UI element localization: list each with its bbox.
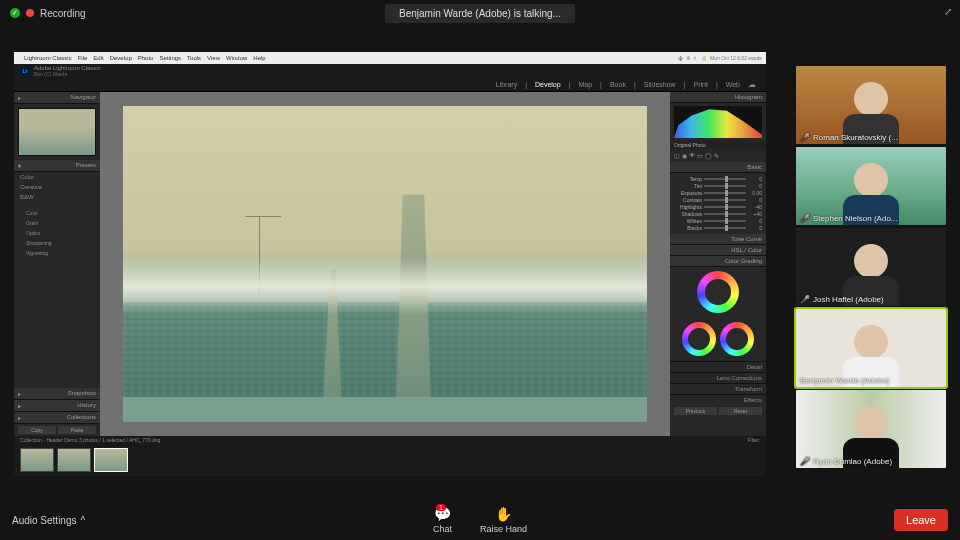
menu-file[interactable]: File <box>78 55 88 61</box>
preset-item[interactable]: Color <box>14 172 100 182</box>
basic-sliders: Temp0Tint0Exposure0.00Contrast0Highlight… <box>670 173 766 234</box>
crop-icon[interactable]: ◫ <box>674 152 680 159</box>
preset-item[interactable]: Optics <box>14 228 100 238</box>
slider-row[interactable]: Shadows+40 <box>674 211 762 217</box>
navigator-thumb[interactable] <box>18 108 96 156</box>
menu-photo[interactable]: Photo <box>138 55 154 61</box>
paste-button[interactable]: Paste <box>58 426 96 434</box>
preset-item[interactable]: Vignetting <box>14 248 100 258</box>
filmstrip: Collection - Header Demo 3 photos / 1 se… <box>14 436 766 476</box>
tab-library[interactable]: Library <box>496 81 517 88</box>
menu-app[interactable]: Lightroom Classic <box>24 55 72 61</box>
tab-slideshow[interactable]: Slideshow <box>644 81 676 88</box>
collections-header[interactable]: ▸ Collections <box>14 412 100 424</box>
chat-badge: 1 <box>436 504 446 511</box>
shared-screen: Lightroom Classic File Edit Develop Phot… <box>14 52 766 476</box>
reset-button[interactable]: Reset <box>719 407 762 415</box>
menu-settings[interactable]: Settings <box>159 55 181 61</box>
color-wheel-main[interactable] <box>670 267 766 318</box>
menu-help[interactable]: Help <box>253 55 265 61</box>
effects-header[interactable]: Effects <box>670 394 766 405</box>
lens-header[interactable]: Lens Corrections <box>670 372 766 383</box>
zoom-bottom-bar: Audio Settings ^ 💬 1 Chat ✋ Raise Hand L… <box>0 500 960 540</box>
menu-window[interactable]: Window <box>226 55 247 61</box>
muted-icon: 🎤̸ <box>800 214 810 223</box>
record-icon <box>26 9 34 17</box>
participant-tile[interactable]: Benjamin Warde (Adobe) <box>796 309 946 387</box>
histogram-header[interactable]: Histogram <box>670 92 766 103</box>
participant-tile[interactable]: 🎤̸Roman Skuratovskiy (... <box>796 66 946 144</box>
chat-button[interactable]: 💬 1 Chat <box>433 506 452 534</box>
muted-icon: 🎤̸ <box>800 133 810 142</box>
transform-header[interactable]: Transform <box>670 383 766 394</box>
active-speaker-banner: Benjamin Warde (Adobe) is talking... <box>385 4 575 23</box>
preset-item[interactable]: Color <box>14 208 100 218</box>
leave-button[interactable]: Leave <box>894 509 948 531</box>
slider-row[interactable]: Temp0 <box>674 176 762 182</box>
slider-row[interactable]: Highlights-40 <box>674 204 762 210</box>
preset-item[interactable]: Grain <box>14 218 100 228</box>
brush-icon[interactable]: ✎ <box>714 152 719 159</box>
slider-row[interactable]: Exposure0.00 <box>674 190 762 196</box>
preset-item[interactable]: Creative <box>14 182 100 192</box>
recording-label: Recording <box>40 8 86 19</box>
radial-icon[interactable]: ◯ <box>705 152 712 159</box>
muted-icon: 🎤̸ <box>800 457 810 466</box>
tab-print[interactable]: Print <box>693 81 707 88</box>
redeye-icon[interactable]: 👁 <box>689 152 695 159</box>
hsl-header[interactable]: HSL / Color <box>670 245 766 256</box>
lightroom-icon: Lr <box>20 66 30 76</box>
detail-header[interactable]: Detail <box>670 361 766 372</box>
participant-column: 🎤̸Roman Skuratovskiy (...🎤̸Stephen Niels… <box>796 66 946 468</box>
macos-menubar[interactable]: Lightroom Classic File Edit Develop Phot… <box>14 52 766 64</box>
colorgrading-header[interactable]: Color Grading <box>670 256 766 267</box>
snapshots-header[interactable]: ▸ Snapshots <box>14 388 100 400</box>
encryption-icon[interactable]: ✓ <box>10 8 20 18</box>
gradient-icon[interactable]: ▭ <box>697 152 703 159</box>
history-header[interactable]: ▸ History <box>14 400 100 412</box>
preset-item[interactable]: Sharpening <box>14 238 100 248</box>
audio-settings-button[interactable]: Audio Settings ^ <box>12 515 85 526</box>
preset-item[interactable]: B&W <box>14 192 100 202</box>
participant-tile[interactable]: 🎤̸Josh Haftel (Adobe) <box>796 228 946 306</box>
filmstrip-thumb[interactable] <box>20 448 54 472</box>
lr-titlebar: Lr Adobe Lightroom Classic Ben (C) Warde <box>14 64 766 78</box>
menu-view[interactable]: View <box>207 55 220 61</box>
muted-icon: 🎤̸ <box>800 295 810 304</box>
filter-label[interactable]: Filter: <box>748 437 761 445</box>
tab-map[interactable]: Map <box>578 81 592 88</box>
previous-button[interactable]: Previous <box>674 407 717 415</box>
slider-row[interactable]: Contrast0 <box>674 197 762 203</box>
left-panel: ▸ Navigator ▾ Presets Color Creative B&W… <box>14 92 100 436</box>
filmstrip-thumb[interactable] <box>94 448 128 472</box>
copy-button[interactable]: Copy <box>18 426 56 434</box>
slider-row[interactable]: Tint0 <box>674 183 762 189</box>
loupe-view[interactable] <box>100 92 670 436</box>
chevron-up-icon: ^ <box>81 515 86 526</box>
presets-header[interactable]: ▾ Presets <box>14 160 100 172</box>
slider-row[interactable]: Whites0 <box>674 218 762 224</box>
color-wheels[interactable] <box>670 318 766 361</box>
participant-tile[interactable]: 🎤̸Stephen Nielson (Ado... <box>796 147 946 225</box>
catalog-name: Ben (C) Warde <box>34 71 101 77</box>
menu-edit[interactable]: Edit <box>93 55 103 61</box>
menu-tools[interactable]: Tools <box>187 55 201 61</box>
cloud-sync-icon[interactable]: ☁ <box>748 80 756 89</box>
spot-icon[interactable]: ◉ <box>682 152 687 159</box>
tab-develop[interactable]: Develop <box>535 81 561 88</box>
histogram <box>674 106 762 138</box>
hand-icon: ✋ <box>495 506 512 522</box>
tab-web[interactable]: Web <box>726 81 740 88</box>
participant-tile[interactable]: 🎤̸Ryan Dumlao (Adobe) <box>796 390 946 468</box>
photo <box>123 106 647 422</box>
tonecurve-header[interactable]: Tone Curve <box>670 234 766 245</box>
raise-hand-button[interactable]: ✋ Raise Hand <box>480 506 527 534</box>
menu-develop[interactable]: Develop <box>110 55 132 61</box>
filmstrip-thumb[interactable] <box>57 448 91 472</box>
basic-header[interactable]: Basic <box>670 162 766 173</box>
slider-row[interactable]: Blacks0 <box>674 225 762 231</box>
expand-icon[interactable]: ⤢ <box>944 6 952 17</box>
tab-book[interactable]: Book <box>610 81 626 88</box>
lr-body: ▸ Navigator ▾ Presets Color Creative B&W… <box>14 92 766 436</box>
navigator-header[interactable]: ▸ Navigator <box>14 92 100 104</box>
